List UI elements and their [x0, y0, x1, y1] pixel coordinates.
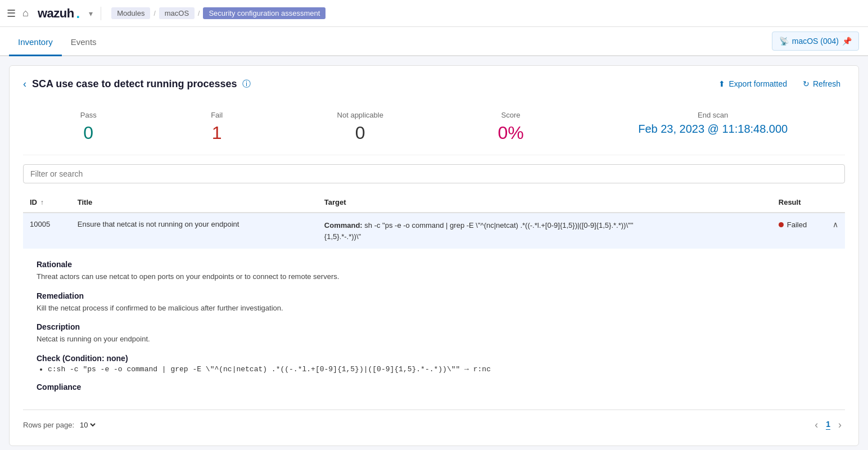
refresh-button[interactable]: ↻ Refresh	[798, 77, 845, 91]
prev-page[interactable]: ‹	[811, 418, 821, 432]
description-section: Description Netcat is running on your en…	[37, 322, 831, 345]
rows-per-page: Rows per page: 10 25 50	[23, 420, 101, 430]
back-button[interactable]: ‹	[23, 78, 26, 90]
breadcrumb-macos[interactable]: macOS	[159, 7, 195, 19]
stat-endscan: End scan Feb 23, 2023 @ 11:18:48.000	[638, 111, 788, 143]
tabbar: Inventory Events 📡 macOS (004) 📌	[0, 27, 868, 56]
refresh-icon: ↻	[803, 79, 810, 88]
export-button[interactable]: ⬆ Export formatted	[714, 77, 792, 91]
cell-id: 10005	[23, 213, 71, 249]
stat-score: Score 0%	[498, 111, 523, 143]
col-id[interactable]: ID ↑	[23, 192, 71, 213]
cell-title: Ensure that netcat is not running on you…	[71, 213, 318, 249]
failed-indicator	[779, 222, 784, 227]
menu-icon[interactable]: ☰	[7, 7, 16, 20]
rationale-section: Rationale Threat actors can use netcat t…	[37, 260, 831, 282]
current-page[interactable]: 1	[826, 420, 830, 430]
search-input[interactable]	[23, 164, 845, 183]
home-icon[interactable]: ⌂	[22, 7, 29, 19]
stat-fail: Fail 1	[211, 111, 223, 143]
check-list: c:sh -c "ps -e -o command | grep -E \"^(…	[48, 365, 831, 374]
check-item: c:sh -c "ps -e -o command | grep -E \"^(…	[48, 365, 831, 374]
expanded-detail: Rationale Threat actors can use netcat t…	[23, 249, 845, 410]
export-icon: ⬆	[718, 79, 725, 88]
agent-label: macOS (004)	[792, 37, 839, 46]
tab-events[interactable]: Events	[62, 27, 106, 56]
main-content: ‹ SCA use case to detect running process…	[0, 56, 868, 450]
next-page[interactable]: ›	[835, 418, 845, 432]
pin-icon: 📌	[842, 37, 852, 46]
pagination: ‹ 1 ›	[811, 418, 845, 432]
cell-target: Command: sh -c "ps -e -o command | grep …	[318, 213, 772, 249]
rows-select[interactable]: 10 25 50	[78, 420, 97, 430]
remediation-section: Remediation Kill the netcat process if c…	[37, 291, 831, 314]
breadcrumb: Modules / macOS / Security configuration…	[111, 7, 326, 19]
sca-card: ‹ SCA use case to detect running process…	[9, 65, 859, 446]
logo: wazuh .	[38, 6, 80, 21]
agent-badge[interactable]: 📡 macOS (004) 📌	[772, 32, 859, 51]
info-icon[interactable]: ⓘ	[242, 79, 251, 89]
breadcrumb-modules[interactable]: Modules	[111, 7, 150, 19]
agent-icon: 📡	[779, 37, 789, 46]
col-result: Result	[772, 192, 845, 213]
sort-arrow-id: ↑	[40, 199, 44, 206]
breadcrumb-sca[interactable]: Security configuration assessment	[203, 7, 326, 19]
logo-text: wazuh	[38, 6, 74, 21]
card-header: ‹ SCA use case to detect running process…	[23, 77, 845, 91]
stat-pass: Pass 0	[80, 111, 97, 143]
tab-inventory[interactable]: Inventory	[9, 27, 62, 56]
check-section: Check (Condition: none) c:sh -c "ps -e -…	[37, 354, 831, 374]
stats-row: Pass 0 Fail 1 Not applicable 0 Score 0% …	[23, 102, 845, 155]
cell-result: Failed ∧	[772, 213, 845, 249]
topbar: ☰ ⌂ wazuh . ▾ Modules / macOS / Security…	[0, 0, 868, 27]
results-table: ID ↑ Title Target Result 10005 Ensure th…	[23, 192, 845, 434]
col-title: Title	[71, 192, 318, 213]
tabs: Inventory Events	[9, 27, 106, 55]
logo-chevron[interactable]: ▾	[89, 9, 93, 18]
expand-chevron[interactable]: ∧	[833, 220, 838, 229]
table-row[interactable]: 10005 Ensure that netcat is not running …	[23, 213, 845, 249]
compliance-section: Compliance	[37, 382, 831, 392]
stat-na: Not applicable 0	[337, 111, 383, 143]
col-target: Target	[318, 192, 772, 213]
table-footer: Rows per page: 10 25 50 ‹ 1 ›	[23, 410, 845, 434]
card-title: SCA use case to detect running processes	[32, 78, 237, 90]
